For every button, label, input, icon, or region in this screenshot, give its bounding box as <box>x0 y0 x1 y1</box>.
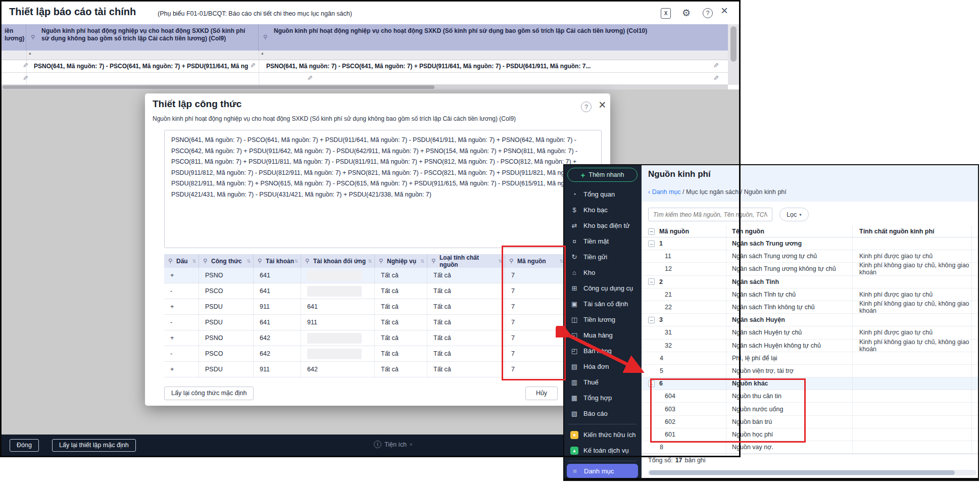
help-icon[interactable]: ? <box>703 8 713 18</box>
cell-operation[interactable]: Tất cả <box>375 330 427 346</box>
cell-nature[interactable]: Tất cả <box>427 315 505 330</box>
table-row-source-6[interactable]: –6Nguồn khác <box>642 377 979 390</box>
formula-table-row[interactable]: -PSCO641Tất cảTất cả7 <box>164 283 566 299</box>
edit-pencil-icon[interactable]: ✎ <box>713 62 719 69</box>
cell-account[interactable]: 911 <box>254 362 301 377</box>
scrollbar-thumb[interactable] <box>730 26 737 62</box>
sidebar-item-knowledge[interactable]: ★Kiến thức hữu ích <box>563 427 642 443</box>
collapse-toggle[interactable]: – <box>648 278 655 285</box>
edit-pencil-icon[interactable]: ✎ <box>713 74 719 82</box>
edit-pencil-icon[interactable]: ✎ <box>23 74 28 82</box>
table-row-source-32[interactable]: 32Ngân sách Huyện không tự chủKinh phí k… <box>642 340 979 352</box>
cell-account[interactable]: 641 <box>254 283 301 299</box>
cell-formula[interactable]: PSCO <box>199 283 254 299</box>
cell-source[interactable]: 7 <box>505 330 566 346</box>
cell-nature[interactable]: Tất cả <box>427 330 505 346</box>
collapse-toggle[interactable]: – <box>648 317 655 323</box>
sidebar-item-cash[interactable]: ¤Tiền mặt <box>563 233 642 249</box>
sort-icon[interactable]: ⇅ <box>498 259 502 264</box>
sort-icon[interactable]: ⇅ <box>559 259 563 264</box>
search-input[interactable] <box>648 208 772 221</box>
settings-gear-icon[interactable]: ⚙ <box>682 7 691 19</box>
cell-operation[interactable]: Tất cả <box>375 283 427 299</box>
table-row-source-11[interactable]: 11Ngân sách Trung ương tự chủKinh phí đư… <box>642 250 979 263</box>
edit-pencil-icon[interactable]: ✎ <box>307 74 313 82</box>
sidebar-item-sales[interactable]: ◰Bán hàng <box>563 343 642 359</box>
cell-nature[interactable]: Tất cả <box>427 299 505 314</box>
table-row-source-4[interactable]: 4Phí, lệ phí để lại <box>642 352 979 365</box>
grid-vertical-scrollbar[interactable] <box>728 24 739 85</box>
cell-operation[interactable]: Tất cả <box>375 268 427 283</box>
cell-account[interactable]: 642 <box>254 330 301 346</box>
table-row-source-5[interactable]: 5Nguồn viện trợ, tài trợ <box>642 365 979 377</box>
close-icon[interactable]: × <box>721 5 728 17</box>
reset-formula-button[interactable]: Lấy lại công thức mặc định <box>164 387 254 400</box>
table-row-source-3[interactable]: –3Ngân sách Huyện <box>642 314 979 326</box>
sidebar-item-treasury[interactable]: $Kho bạc <box>563 202 642 218</box>
edit-pencil-icon[interactable]: ✎ <box>23 62 28 69</box>
grid-formula-row[interactable]: ✎ PSNO(641, Mã nguồn: 7) - PSCO(641, Mã … <box>2 60 728 73</box>
sidebar-item-report[interactable]: ▧Báo cáo <box>563 406 642 421</box>
table-row-source-12[interactable]: 12Ngân sách Trung ương không tự chủKinh … <box>642 263 979 275</box>
collapse-toggle[interactable]: – <box>648 380 655 387</box>
sort-icon[interactable]: ⇅ <box>192 259 196 264</box>
sort-icon[interactable]: ⇅ <box>294 259 298 264</box>
cell-nature[interactable]: Tất cả <box>427 346 505 361</box>
modal-help-icon[interactable]: ? <box>581 102 592 112</box>
grid-horizontal-scrollbar[interactable] <box>2 85 728 89</box>
panel-horizontal-scrollbar[interactable] <box>648 470 976 475</box>
sidebar-item-e-treasury[interactable]: ⇄Kho bạc điện tử <box>563 218 642 233</box>
cell-contra[interactable] <box>301 283 375 299</box>
cell-source[interactable]: 7 <box>505 362 566 377</box>
cell-contra[interactable] <box>301 268 375 283</box>
collapse-toggle[interactable]: – <box>648 240 655 247</box>
cell-source[interactable]: 7 <box>505 346 566 361</box>
cell-sign[interactable]: + <box>164 268 199 283</box>
cell-operation[interactable]: Tất cả <box>375 362 427 377</box>
column-header[interactable]: ⚲Loại tính chất nguồn⇅ <box>427 254 505 268</box>
col10-formula-cell[interactable]: PSNO(641, Mã nguồn: 7) - PSCO(641, Mã ng… <box>266 63 711 70</box>
formula-table-row[interactable]: +PSNO642Tất cảTất cả7 <box>164 330 566 346</box>
col9-formula-cell[interactable]: PSNO(641, Mã nguồn: 7) - PSCO(641, Mã ng… <box>34 63 248 70</box>
table-row-source-21[interactable]: 21Ngân sách Tỉnh tự chủKinh phí được gia… <box>642 288 979 301</box>
cell-contra[interactable]: 641 <box>301 299 375 314</box>
cell-nature[interactable]: Tất cả <box>427 283 505 299</box>
sidebar-item-overview[interactable]: ◔Tổng quan <box>563 186 642 202</box>
table-row-source-604[interactable]: 604Nguồn thu căn tin <box>642 390 979 403</box>
reset-setup-button[interactable]: Lấy lại thiết lập mặc định <box>52 439 136 452</box>
scrollbar-thumb[interactable] <box>649 470 955 475</box>
cell-operation[interactable]: Tất cả <box>375 299 427 314</box>
table-row-source-2[interactable]: –2Ngân sách Tỉnh <box>642 276 979 288</box>
sidebar-item-tools[interactable]: ⊞Công cụ dụng cụ <box>563 280 642 296</box>
cell-formula[interactable]: PSCO <box>199 346 254 361</box>
cell-account[interactable]: 642 <box>254 346 301 361</box>
sidebar-item-fixed-asset[interactable]: ▣Tài sản cố định <box>563 296 642 312</box>
table-row-source-31[interactable]: 31Ngân sách Huyện tự chủKinh phí được gi… <box>642 326 979 339</box>
formula-table-row[interactable]: -PSCO642Tất cảTất cả7 <box>164 346 566 362</box>
column-header[interactable]: ⚲Tài khoản đối ứng⇅ <box>301 254 375 268</box>
sidebar-item-deposit[interactable]: ↻Tiền gửi <box>563 249 642 265</box>
table-row-source-8[interactable]: 8Nguồn vay nợ. <box>642 441 979 454</box>
cell-account[interactable]: 641 <box>254 268 301 283</box>
grid-formula-row[interactable]: ✎ ✎ ✎ <box>2 73 728 85</box>
sidebar-item-purchase[interactable]: ◱Mua hàng <box>563 327 642 343</box>
cell-sign[interactable]: - <box>164 346 199 361</box>
quick-add-button[interactable]: + Thêm nhanh <box>567 168 638 182</box>
sidebar-item-accounting-service[interactable]: ▲Kế toán dịch vụ <box>563 443 642 458</box>
cell-sign[interactable]: + <box>164 362 199 377</box>
cell-source[interactable]: 7 <box>505 299 566 314</box>
table-row-source-603[interactable]: 603Nguồn nước uống <box>642 403 979 415</box>
filter-button[interactable]: Lọc ▾ <box>779 208 809 221</box>
table-row-source-1[interactable]: –1Ngân sách Trung ương <box>642 237 979 250</box>
cell-account[interactable]: 641 <box>254 315 301 330</box>
sort-icon[interactable]: ⇅ <box>247 259 251 264</box>
utilities-menu[interactable]: i Tiện ích ˅ <box>374 441 412 448</box>
cell-nature[interactable]: Tất cả <box>427 362 505 377</box>
cell-formula[interactable]: PSNO <box>199 330 254 346</box>
column-header[interactable]: ⚲Công thức⇅ <box>199 254 254 268</box>
cell-contra[interactable] <box>301 346 375 361</box>
sidebar-item-payroll[interactable]: ◫Tiền lương <box>563 312 642 327</box>
sidebar-item-general-ledger[interactable]: ▦Tổng hợp <box>563 390 642 406</box>
cell-source[interactable]: 7 <box>505 268 566 283</box>
cell-source[interactable]: 7 <box>505 315 566 330</box>
